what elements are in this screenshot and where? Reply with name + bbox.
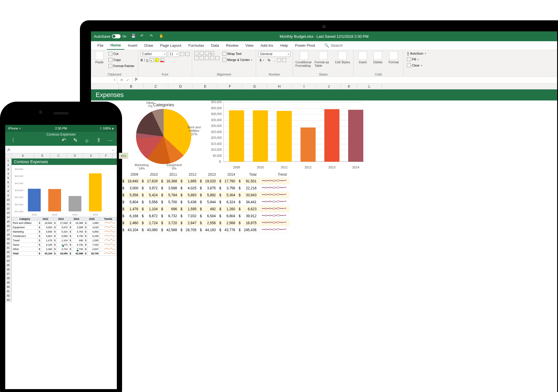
col-header-K[interactable]: K (341, 84, 357, 89)
col-header-A[interactable]: A (12, 153, 34, 158)
row-header[interactable]: 5 (5, 176, 11, 180)
row-header[interactable]: 28 (5, 276, 11, 280)
delete-cells-button[interactable]: Delete (371, 51, 384, 64)
expense-table[interactable]: 200920102011201220132014TotalTrend$18,84… (117, 171, 290, 234)
align-middle-icon[interactable] (200, 51, 204, 55)
row-header[interactable]: 18 (5, 233, 11, 237)
tab-formulas[interactable]: Formulas (185, 41, 208, 50)
autosave-switch[interactable] (112, 34, 121, 38)
col-header-C[interactable]: C (51, 153, 67, 158)
bar[interactable] (89, 173, 102, 211)
merge-center-button[interactable]: Merge & Center (221, 57, 254, 62)
table-row[interactable]: Freelancers$5,604$5,556$5,700$5,438 (12, 234, 117, 238)
phone-expense-table[interactable]: Category2012201320142015TrendsRent and U… (12, 217, 117, 256)
more-icon[interactable]: ⋯ (107, 137, 113, 143)
formula-input[interactable] (140, 77, 557, 83)
col-header-B[interactable]: B (34, 153, 51, 158)
clear-button[interactable]: Clear (406, 63, 423, 68)
row-header[interactable]: 23 (5, 254, 11, 259)
cut-button[interactable]: Cut (107, 51, 136, 56)
name-box[interactable] (91, 77, 117, 83)
table-row[interactable]: $2,460$2,724$3,720$2,847$2,556$2,568$16,… (118, 220, 290, 226)
row-header[interactable]: 15 (5, 220, 11, 224)
bar[interactable] (348, 110, 363, 162)
row-header[interactable]: 10 (5, 198, 11, 202)
tab-power-pivot[interactable]: Power Pivot (291, 41, 319, 50)
bar[interactable] (324, 109, 339, 162)
wrap-text-button[interactable]: Wrap Text (221, 51, 254, 56)
row-header[interactable]: 16 (5, 224, 11, 228)
select-all-corner[interactable] (91, 84, 119, 89)
bar[interactable] (48, 189, 61, 211)
tab-add-ins[interactable]: Add-ins (257, 41, 277, 50)
selection-handle[interactable] (62, 244, 65, 247)
bar[interactable] (28, 189, 41, 211)
draw-icon[interactable]: ✎ (72, 137, 78, 143)
row-header[interactable]: 3 (5, 167, 11, 172)
document-title[interactable]: Monthly Budget.xlsx · Last Saved 12/1/20… (280, 34, 369, 39)
selection-handle[interactable] (76, 249, 79, 252)
bar[interactable] (253, 110, 268, 162)
currency-button[interactable]: $ (258, 58, 265, 62)
bar[interactable] (277, 111, 292, 162)
row-header[interactable]: 19 (5, 237, 11, 241)
table-row[interactable]: Total$43,104$43,080$42,588$28,705 (12, 251, 117, 256)
font-color-button[interactable] (160, 58, 164, 62)
categories-pie-chart[interactable]: Categories Rent and Utilities37%Equipmen… (123, 102, 204, 164)
row-header[interactable]: 13 (5, 211, 11, 215)
align-center-icon[interactable] (200, 56, 204, 60)
yearly-bar-chart[interactable]: $-$5,000$10,000$15,000$20,000$25,000$30,… (207, 102, 373, 169)
tell-me-search[interactable]: 🔍 Search (324, 43, 343, 48)
row-header[interactable]: 31 (5, 289, 11, 294)
bar[interactable] (229, 110, 244, 162)
save-icon[interactable]: 💾 (131, 34, 136, 39)
spreadsheet-area[interactable]: Expenses ers Categories Rent and Utiliti… (91, 89, 557, 261)
row-header[interactable]: 14 (5, 215, 11, 220)
orientation-icon[interactable] (210, 51, 214, 55)
col-header-D[interactable]: D (67, 153, 83, 158)
align-left-icon[interactable] (194, 56, 198, 60)
phone-bar-chart[interactable]: $41,500$42,000$42,500$43,000$43,500$44,0… (13, 169, 117, 217)
shrink-font-icon[interactable] (185, 52, 189, 56)
col-header-H[interactable]: H (267, 84, 292, 89)
row-header[interactable]: 2 (5, 163, 11, 167)
table-row[interactable]: Travel$1,476$1,104$696$1,595 (12, 238, 117, 243)
table-row[interactable]: $3,000$3,972$3,588$4,025$3,875$3,756$22,… (118, 185, 290, 191)
cancel-formula-icon[interactable]: ✕ (120, 78, 123, 82)
number-format-dropdown[interactable]: General (258, 51, 290, 57)
table-row[interactable]: $18,840$17,628$16,368$1,885$19,020$17,76… (118, 178, 290, 184)
table-row[interactable]: Other$2,460$2,724$3,720$2,847 (12, 247, 117, 251)
phone-formula-bar[interactable]: fx ⌄ (5, 146, 117, 153)
undo-icon[interactable]: ↶ (60, 137, 67, 143)
row-header[interactable]: 27 (5, 272, 11, 276)
row-header[interactable]: 7 (5, 185, 11, 189)
decrease-decimal-icon[interactable] (282, 58, 286, 62)
row-header[interactable]: 12 (5, 206, 11, 211)
phone-spreadsheet[interactable]: 1234567891011121314151617181920212223242… (5, 159, 117, 302)
align-bottom-icon[interactable] (205, 51, 209, 55)
chevron-down-icon[interactable]: ⌄ (112, 148, 115, 152)
tab-draw[interactable]: Draw (141, 41, 157, 50)
tab-insert[interactable]: Insert (124, 41, 141, 50)
paste-button[interactable]: Paste (93, 51, 105, 64)
align-right-icon[interactable] (205, 56, 209, 60)
bold-button[interactable]: B (141, 58, 143, 62)
row-header[interactable]: 11 (5, 202, 11, 206)
row-header[interactable]: 21 (5, 246, 11, 250)
table-row[interactable]: Rent and Utilities$18,840$17,628$16,368$… (12, 221, 117, 225)
row-header[interactable]: 22 (5, 250, 11, 254)
table-row[interactable]: Marketing$5,556$5,424$5,784$5,883 (12, 230, 117, 234)
tab-data[interactable]: Data (208, 41, 222, 50)
row-header[interactable]: 33 (5, 298, 11, 302)
underline-button[interactable]: U (146, 58, 149, 62)
table-row[interactable]: $43,104$43,080$42,588$28,705$44,183$43,7… (118, 227, 290, 233)
col-header-B[interactable]: B (119, 84, 144, 89)
autosum-button[interactable]: ∑ AutoSum (406, 51, 427, 56)
font-name-dropdown[interactable]: Calibri (141, 51, 167, 57)
tab-review[interactable]: Review (223, 41, 242, 50)
increase-decimal-icon[interactable] (277, 58, 281, 62)
tab-page-layout[interactable]: Page Layout (157, 41, 185, 50)
tab-home[interactable]: Home (107, 41, 124, 50)
col-header-E[interactable]: E (83, 153, 99, 158)
grow-font-icon[interactable] (180, 52, 184, 56)
